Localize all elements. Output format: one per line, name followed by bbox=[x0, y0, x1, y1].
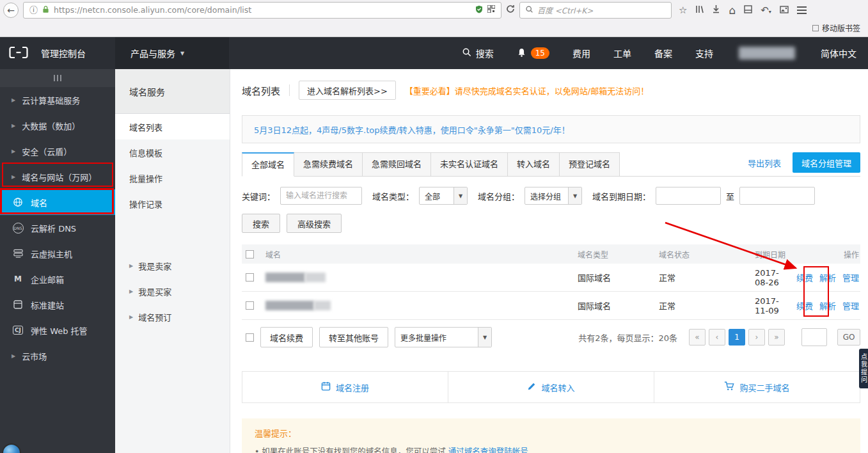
tip-login-link[interactable]: 通过域名查询登陆帐号 bbox=[448, 447, 528, 453]
search-button[interactable]: 搜索 bbox=[242, 214, 280, 233]
resolve-link[interactable]: 解析 bbox=[819, 271, 836, 283]
chevron-down-icon[interactable]: ▼ bbox=[478, 328, 491, 347]
bookmark-star-icon[interactable]: ☆ bbox=[679, 4, 687, 16]
submenu-item-domain-list[interactable]: 域名列表 bbox=[115, 114, 230, 139]
sidebar-item-marketplace[interactable]: ▶云市场 bbox=[0, 343, 115, 369]
topnav-support[interactable]: 支持 bbox=[684, 37, 725, 69]
sidebar-item-domain[interactable]: 域名 bbox=[0, 189, 115, 215]
sidebar-item-virtual-host[interactable]: 云虚拟主机 bbox=[0, 241, 115, 266]
submenu-item-seller[interactable]: ▶我是卖家 bbox=[115, 253, 230, 278]
submenu-item-info-template[interactable]: 信息模板 bbox=[115, 139, 230, 165]
bookmark-folder-icon[interactable] bbox=[812, 25, 819, 31]
browser-toolbar: ← ⓘ https://netcn.console.aliyun.com/cor… bbox=[0, 0, 868, 20]
filing-label: 备案 bbox=[654, 47, 672, 60]
domain-type-value: 全部 bbox=[425, 191, 440, 202]
header-domain: 域名 bbox=[265, 249, 578, 260]
sidebar-item-security[interactable]: ▶安全（云盾） bbox=[0, 138, 115, 164]
expire-from-input[interactable] bbox=[656, 187, 721, 205]
go-button[interactable]: GO bbox=[837, 329, 860, 346]
back-button[interactable]: ← bbox=[3, 3, 19, 18]
topnav-billing[interactable]: 费用 bbox=[561, 37, 602, 69]
submenu-item-batch-ops[interactable]: 批量操作 bbox=[115, 165, 230, 191]
library-icon[interactable] bbox=[695, 4, 704, 16]
renew-link[interactable]: 续费 bbox=[796, 299, 813, 312]
notifications-bell[interactable]: 15 bbox=[505, 37, 561, 69]
aliyun-logo-icon[interactable] bbox=[9, 46, 28, 61]
sidebar-item-cloud-basic[interactable]: ▶云计算基础服务 bbox=[0, 87, 115, 113]
buy-secondhand-domain-action[interactable]: 购买二手域名 bbox=[654, 372, 860, 402]
tab-transfer-in[interactable]: 转入域名 bbox=[508, 152, 560, 177]
submenu-item-preorder[interactable]: ▶域名预订 bbox=[115, 304, 230, 330]
keyword-input[interactable] bbox=[280, 187, 362, 205]
page-title: 域名列表 bbox=[242, 84, 280, 97]
tab-redeem-soon[interactable]: 急需赎回域名 bbox=[363, 152, 431, 177]
submenu-item-op-records[interactable]: 操作记录 bbox=[115, 191, 230, 216]
transfer-in-domain-action[interactable]: 域名转入 bbox=[448, 372, 654, 402]
tab-preregistered[interactable]: 预登记域名 bbox=[560, 152, 620, 177]
console-home-link[interactable]: 管理控制台 bbox=[41, 47, 86, 60]
advanced-search-button[interactable]: 高级搜索 bbox=[287, 214, 342, 233]
batch-select-checkbox[interactable] bbox=[246, 333, 254, 342]
chevron-down-icon[interactable]: ▼ bbox=[568, 187, 581, 204]
sidebar-item-domain-website[interactable]: ▶域名与网站（万网） bbox=[0, 164, 115, 189]
undo-icon[interactable]: ↶▾ bbox=[761, 4, 771, 16]
tab-all-domains[interactable]: 全部域名 bbox=[242, 152, 294, 177]
topnav-ticket[interactable]: 工单 bbox=[602, 37, 643, 69]
language-switch[interactable]: 简体中文 bbox=[809, 37, 868, 69]
goto-dns-list-button[interactable]: 进入域名解析列表>> bbox=[299, 81, 396, 100]
domain-group-manage-button[interactable]: 域名分组管理 bbox=[793, 152, 860, 173]
image-tool-icon[interactable] bbox=[780, 4, 789, 16]
home-icon[interactable]: ⌂ bbox=[729, 4, 736, 17]
account-name-blurred[interactable] bbox=[739, 47, 795, 60]
tab-unverified[interactable]: 未实名认证域名 bbox=[431, 152, 508, 177]
browser-search-field[interactable]: 百度 <Ctrl+K> bbox=[519, 2, 672, 19]
bookmarks-bar-label[interactable]: 移动版书签 bbox=[822, 22, 860, 33]
submenu-item-label: 我是买家 bbox=[138, 285, 171, 298]
download-icon[interactable] bbox=[712, 4, 720, 16]
renew-link[interactable]: 续费 bbox=[796, 271, 813, 283]
tab-renew-soon[interactable]: 急需续费域名 bbox=[294, 152, 363, 177]
batch-transfer-button[interactable]: 转至其他账号 bbox=[319, 327, 388, 347]
page-first-button[interactable]: « bbox=[689, 329, 706, 346]
domain-table: 域名 域名类型 域名状态 到期日期 操作 国际域名 正常 2017-08-26 … bbox=[242, 244, 860, 320]
row-checkbox[interactable] bbox=[246, 301, 254, 310]
products-services-menu[interactable]: 产品与服务 ▼ bbox=[115, 37, 229, 69]
page-last-button[interactable]: » bbox=[768, 329, 785, 346]
domain-type-cell: 国际域名 bbox=[578, 299, 659, 312]
select-all-checkbox[interactable] bbox=[246, 250, 254, 258]
export-list-link[interactable]: 导出列表 bbox=[748, 157, 781, 169]
expire-to-input[interactable] bbox=[739, 187, 815, 205]
more-batch-ops-select[interactable]: 更多批量操作▼ bbox=[395, 327, 492, 347]
resolve-link[interactable]: 解析 bbox=[819, 299, 836, 312]
submenu-item-buyer[interactable]: ▶我是买家 bbox=[115, 278, 230, 304]
page-1-button[interactable]: 1 bbox=[729, 329, 745, 346]
topnav-filing[interactable]: 备案 bbox=[643, 37, 684, 69]
manage-link[interactable]: 管理 bbox=[842, 271, 859, 283]
sidebar-item-web-hosting[interactable]: CJ弹性 Web 托管 bbox=[0, 317, 115, 343]
tip-text: • 如果在此账号下没有找到您的域名信息，您可以尝试 bbox=[255, 447, 446, 453]
chevron-down-icon[interactable]: ▼ bbox=[454, 187, 467, 204]
row-checkbox[interactable] bbox=[246, 273, 254, 282]
domain-type-select[interactable]: 全部▼ bbox=[419, 187, 468, 205]
page-tools-icon[interactable] bbox=[744, 4, 752, 16]
page-prev-button[interactable]: ‹ bbox=[709, 329, 725, 346]
domain-group-select[interactable]: 选择分组▼ bbox=[525, 187, 582, 205]
sidebar-item-bigdata[interactable]: ▶大数据（数加） bbox=[0, 113, 115, 138]
menu-hamburger-icon[interactable] bbox=[797, 4, 807, 16]
page-next-button[interactable]: › bbox=[748, 329, 765, 346]
sidebar-item-enterprise-mail[interactable]: M企业邮箱 bbox=[0, 266, 115, 292]
info-icon[interactable]: ⓘ bbox=[29, 6, 38, 14]
batch-renew-button[interactable]: 域名续费 bbox=[260, 327, 313, 347]
feedback-side-tab[interactable]: 点我提问 bbox=[859, 349, 868, 388]
manage-link[interactable]: 管理 bbox=[842, 299, 859, 312]
shield-icon[interactable] bbox=[475, 5, 483, 15]
sidebar-item-dns[interactable]: DNS云解析 DNS bbox=[0, 215, 115, 241]
register-domain-action[interactable]: 域名注册 bbox=[242, 372, 448, 402]
address-bar[interactable]: ⓘ https://netcn.console.aliyun.com/core/… bbox=[23, 2, 501, 19]
goto-page-input[interactable] bbox=[801, 328, 827, 346]
sidebar-collapse-toggle[interactable] bbox=[0, 69, 115, 87]
qr-icon[interactable] bbox=[487, 5, 495, 15]
topnav-search[interactable]: 搜索 bbox=[450, 37, 505, 69]
sidebar-item-site-builder[interactable]: 标准建站 bbox=[0, 292, 115, 317]
refresh-icon[interactable] bbox=[506, 4, 515, 15]
